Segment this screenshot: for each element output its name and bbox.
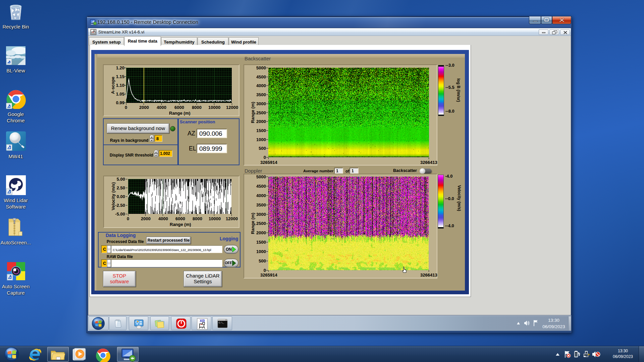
- svg-text:XR: XR: [200, 319, 205, 323]
- svg-text:C:\_: C:\_: [219, 322, 224, 324]
